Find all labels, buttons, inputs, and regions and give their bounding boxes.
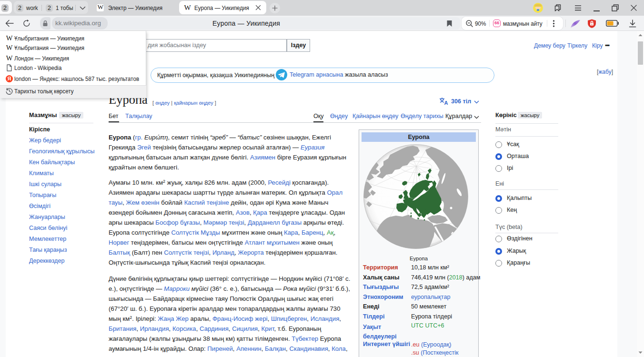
svg-text:A: A [444, 100, 448, 105]
